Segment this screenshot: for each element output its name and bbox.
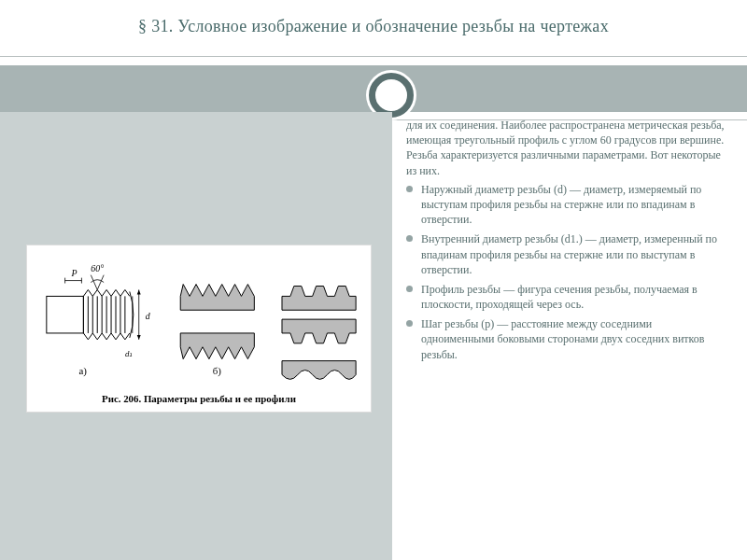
label-a: а): [78, 365, 87, 377]
figure-caption: Рис. 206. Параметры резьбы и ее профили: [102, 393, 296, 404]
page-title: § 31. Условное изображение и обозначение…: [37, 17, 710, 36]
bullet-text: Внутренний диаметр резьбы (d1.) — диамет…: [421, 232, 717, 275]
thread-diagram-icon: 60° P d d₁ а) б): [27, 245, 371, 412]
d-label: d: [146, 311, 150, 321]
svg-line-2: [97, 275, 104, 290]
title-area: § 31. Условное изображение и обозначение…: [37, 17, 710, 36]
list-item: Наружный диаметр резьбы (d) — диаметр, и…: [406, 182, 726, 228]
bullet-text: Профиль резьбы — фигура сечения резьбы, …: [421, 283, 698, 311]
intro-paragraph: для их соединения. Наиболее распростране…: [406, 118, 726, 178]
slide: § 31. Условное изображение и обозначение…: [0, 0, 747, 560]
bullet-text: Шаг резьбы (p) — расстояние между соседн…: [421, 317, 705, 360]
list-item: Профиль резьбы — фигура сечения резьбы, …: [406, 282, 726, 312]
svg-marker-8: [137, 335, 141, 340]
bullet-list: Наружный диаметр резьбы (d) — диаметр, и…: [406, 182, 726, 362]
svg-marker-7: [137, 289, 141, 294]
svg-line-1: [91, 275, 97, 290]
figure-thread-profiles: 60° P d d₁ а) б): [26, 245, 372, 413]
pitch-label: P: [71, 268, 78, 278]
divider-top: [0, 56, 747, 57]
bullet-text: Наружный диаметр резьбы (d) — диаметр, и…: [421, 183, 701, 226]
content-text: для их соединения. Наиболее распростране…: [406, 118, 726, 546]
d1-label: d₁: [125, 349, 133, 358]
angle-label: 60°: [91, 263, 104, 273]
circle-decoration-icon: [369, 73, 414, 118]
list-item: Внутренний диаметр резьбы (d1.) — диамет…: [406, 231, 726, 277]
label-b: б): [213, 365, 222, 377]
svg-rect-0: [47, 296, 84, 333]
list-item: Шаг резьбы (p) — расстояние между соседн…: [406, 316, 726, 362]
